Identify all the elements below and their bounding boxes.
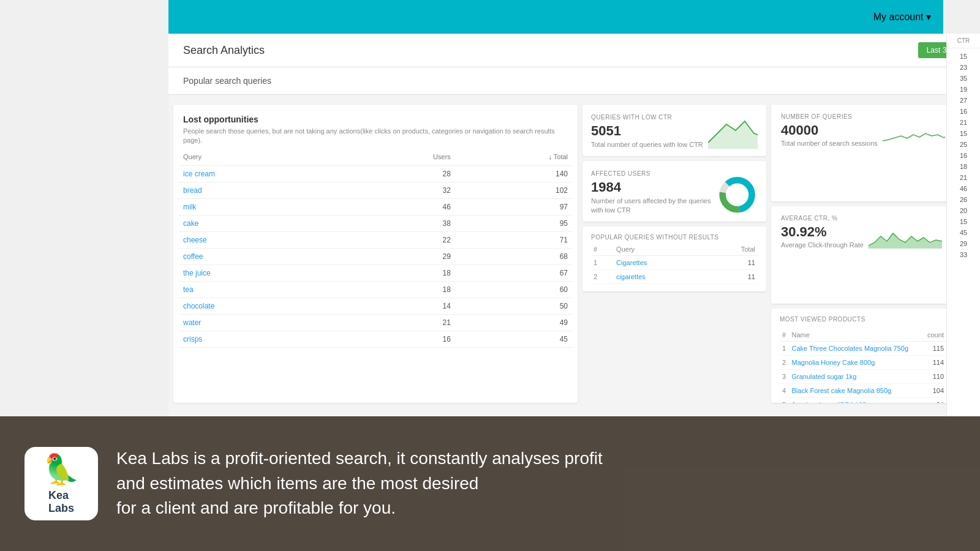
ctr-val: 18 bbox=[960, 161, 967, 172]
affected-sub: Number of users affected by the queries … bbox=[591, 197, 712, 214]
num-queries-card: NUMBER OF QUERIES 40000 Total number of … bbox=[771, 105, 955, 201]
banner-logo: 🦜 KeaLabs bbox=[24, 447, 98, 520]
num-queries-title: NUMBER OF QUERIES bbox=[781, 113, 945, 120]
avg-ctr-card: AVERAGE CTR, % 30.92% Average Click-thro… bbox=[771, 206, 955, 303]
ctr-val: 23 bbox=[960, 62, 967, 73]
query-cell[interactable]: chocolate bbox=[178, 298, 345, 314]
nr-query[interactable]: Cigarettes bbox=[614, 256, 707, 270]
users-cell: 38 bbox=[345, 215, 456, 231]
query-cell[interactable]: crisps bbox=[178, 331, 345, 347]
list-item: 1 Cigarettes 11 bbox=[591, 256, 758, 270]
no-results-table: # Query Total 1 Cigarettes 112 cigarette… bbox=[591, 243, 758, 284]
total-cell: 68 bbox=[456, 248, 573, 264]
low-ctr-sub: Total number of queries with low CTR bbox=[591, 140, 703, 149]
top-nav: My account ▾ bbox=[168, 0, 943, 34]
list-item: 2 Magnolia Honey Cake 800g 114 bbox=[780, 355, 946, 369]
ctr-header: CTR bbox=[947, 34, 980, 48]
total-cell: 60 bbox=[456, 281, 573, 298]
ctr-val: 20 bbox=[960, 205, 967, 216]
users-cell: 18 bbox=[345, 264, 456, 281]
ctr-val: 21 bbox=[960, 117, 967, 128]
table-row: tea 18 60 bbox=[178, 281, 573, 298]
users-cell: 32 bbox=[345, 182, 456, 198]
list-item: 4 Black Forest cake Magnolia 850g 104 bbox=[780, 383, 946, 397]
popular-queries-title: Popular search queries bbox=[183, 76, 271, 86]
list-item: 2 cigarettes 11 bbox=[591, 270, 758, 284]
table-row: chocolate 14 50 bbox=[178, 298, 573, 314]
query-cell[interactable]: cake bbox=[178, 215, 345, 231]
query-cell[interactable]: coffee bbox=[178, 248, 345, 264]
ctr-val: 19 bbox=[960, 84, 967, 95]
low-ctr-card: QUERIES WITH LOW CTR 5051 Total number o… bbox=[582, 105, 766, 156]
ctr-val: 15 bbox=[960, 128, 967, 139]
query-cell[interactable]: tea bbox=[178, 281, 345, 298]
lost-opp-table-wrapper: Query Users ↓ Total ice cream 28 140brea… bbox=[173, 148, 578, 348]
prod-count: 110 bbox=[923, 369, 946, 383]
ctr-val: 16 bbox=[960, 150, 967, 161]
prod-name[interactable]: Magnolia Honey Cake 800g bbox=[790, 355, 923, 369]
lost-opp-description: People search those queries, but are not… bbox=[183, 127, 568, 146]
avg-ctr-info: 30.92% Average Click-through Rate bbox=[781, 224, 864, 249]
affected-row: AFFECTED USERS 1984 Number of users affe… bbox=[591, 168, 758, 214]
avg-ctr-row: 30.92% Average Click-through Rate bbox=[781, 224, 945, 249]
low-ctr-title: QUERIES WITH LOW CTR bbox=[591, 114, 703, 121]
num-queries-info: 40000 Total number of search sessions bbox=[781, 122, 878, 147]
lost-opportunities-panel: Lost opportunities People search those q… bbox=[173, 105, 578, 403]
no-results-title: POPULAR QUERIES WITHOUT RESULTS bbox=[591, 234, 758, 241]
avg-ctr-title: AVERAGE CTR, % bbox=[781, 215, 945, 222]
total-cell: 140 bbox=[456, 165, 573, 182]
prod-col-name: Name bbox=[790, 329, 923, 342]
users-cell: 18 bbox=[345, 281, 456, 298]
main-content: Search Analytics Last 30d. Popular searc… bbox=[168, 34, 980, 416]
table-row: cheese 22 71 bbox=[178, 231, 573, 248]
query-cell[interactable]: bread bbox=[178, 182, 345, 198]
ctr-val: 25 bbox=[960, 139, 967, 150]
my-account-button[interactable]: My account ▾ bbox=[873, 11, 931, 23]
prod-count: 115 bbox=[923, 341, 946, 355]
prod-name[interactable]: Cake Three Chocolates Magnolia 750g bbox=[790, 341, 923, 355]
ctr-val: 15 bbox=[960, 51, 967, 62]
prod-num: 3 bbox=[780, 369, 790, 383]
query-cell[interactable]: water bbox=[178, 314, 345, 331]
nr-query[interactable]: cigarettes bbox=[614, 270, 707, 284]
nr-col-query: Query bbox=[614, 243, 707, 256]
right-stats: NUMBER OF QUERIES 40000 Total number of … bbox=[771, 105, 955, 403]
prod-name[interactable]: Black Forest cake Magnolia 850g bbox=[790, 383, 923, 397]
prod-num: 1 bbox=[780, 341, 790, 355]
users-cell: 16 bbox=[345, 331, 456, 347]
nr-num: 2 bbox=[591, 270, 614, 284]
num-queries-chart bbox=[883, 122, 945, 147]
query-cell[interactable]: cheese bbox=[178, 231, 345, 248]
query-cell[interactable]: milk bbox=[178, 198, 345, 215]
ctr-sidebar: CTR 152335192716211525161821462620154529… bbox=[946, 34, 980, 416]
prod-name[interactable]: Granulated sugar 1kg bbox=[790, 369, 923, 383]
total-cell: 97 bbox=[456, 198, 573, 215]
total-cell: 50 bbox=[456, 298, 573, 314]
users-cell: 46 bbox=[345, 198, 456, 215]
low-ctr-row: QUERIES WITH LOW CTR 5051 Total number o… bbox=[591, 112, 758, 149]
query-cell[interactable]: the juice bbox=[178, 264, 345, 281]
users-cell: 21 bbox=[345, 314, 456, 331]
total-cell: 45 bbox=[456, 331, 573, 347]
prod-name[interactable]: Jute bag large 43/34 / 19cm bbox=[790, 397, 923, 403]
prod-col-num: # bbox=[780, 329, 790, 342]
users-cell: 14 bbox=[345, 298, 456, 314]
table-row: coffee 29 68 bbox=[178, 248, 573, 264]
nr-total: 11 bbox=[707, 270, 758, 284]
ctr-val: 33 bbox=[960, 249, 967, 260]
ctr-val: 16 bbox=[960, 106, 967, 117]
ctr-val: 26 bbox=[960, 194, 967, 205]
nr-col-num: # bbox=[591, 243, 614, 256]
num-queries-value: 40000 bbox=[781, 122, 878, 138]
affected-donut bbox=[717, 168, 758, 214]
lost-opp-table: Query Users ↓ Total ice cream 28 140brea… bbox=[178, 148, 573, 348]
query-cell[interactable]: ice cream bbox=[178, 165, 345, 182]
avg-ctr-sub: Average Click-through Rate bbox=[781, 241, 864, 249]
lost-opp-header: Lost opportunities People search those q… bbox=[173, 105, 578, 148]
low-ctr-value: 5051 bbox=[591, 123, 703, 139]
ctr-val: 27 bbox=[960, 95, 967, 106]
total-cell: 71 bbox=[456, 231, 573, 248]
ctr-val: 15 bbox=[960, 216, 967, 227]
list-item: 5 Jute bag large 43/34 / 19cm 94 bbox=[780, 397, 946, 403]
banner-logo-text: KeaLabs bbox=[48, 489, 74, 515]
